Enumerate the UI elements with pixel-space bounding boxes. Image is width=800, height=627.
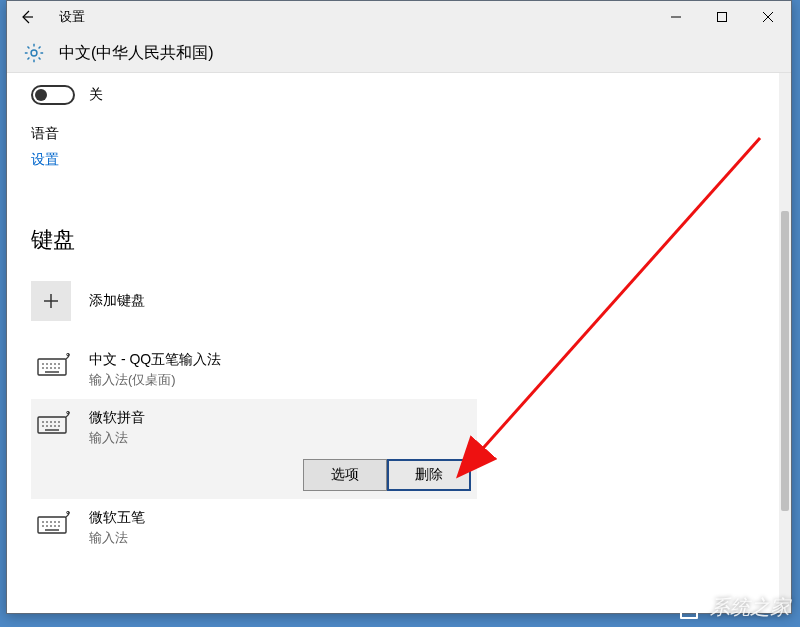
minimize-icon — [670, 11, 682, 23]
add-keyboard-button[interactable]: 添加键盘 — [31, 281, 767, 321]
watermark: 系统之家 — [674, 594, 790, 621]
voice-settings-link[interactable]: 设置 — [31, 151, 59, 169]
keyboard-item-selected[interactable]: 微软拼音 输入法 选项 删除 — [31, 399, 477, 499]
maximize-button[interactable] — [699, 1, 745, 33]
delete-button[interactable]: 删除 — [387, 459, 471, 491]
keyboard-icon — [37, 511, 71, 535]
watermark-text: 系统之家 — [710, 594, 790, 621]
scrollbar[interactable] — [779, 73, 791, 613]
arrow-left-icon — [19, 9, 35, 25]
svg-rect-2 — [718, 13, 727, 22]
house-icon — [674, 595, 704, 621]
language-title: 中文(中华人民共和国) — [59, 43, 214, 64]
keyboard-item[interactable]: 中文 - QQ五笔输入法 输入法(仅桌面) — [31, 341, 477, 399]
back-button[interactable] — [7, 1, 47, 33]
keyboards-section-title: 键盘 — [31, 225, 767, 255]
settings-window: 设置 — [6, 0, 792, 614]
voice-label: 语音 — [31, 125, 767, 143]
svg-point-5 — [31, 50, 37, 56]
maximize-icon — [716, 11, 728, 23]
toggle-knob — [35, 89, 47, 101]
keyboard-list: 中文 - QQ五笔输入法 输入法(仅桌面) 微软拼音 输入法 — [31, 341, 767, 557]
keyboard-icon — [37, 411, 71, 435]
content-area: 关 语音 设置 键盘 添加键盘 — [7, 73, 791, 613]
gear-icon — [23, 42, 45, 64]
keyboard-name: 中文 - QQ五笔输入法 — [89, 351, 221, 369]
keyboard-item[interactable]: 微软五笔 输入法 — [31, 499, 477, 557]
app-title: 设置 — [59, 8, 85, 26]
minimize-button[interactable] — [653, 1, 699, 33]
keyboard-sub: 输入法(仅桌面) — [89, 371, 221, 389]
close-icon — [762, 11, 774, 23]
keyboard-name: 微软五笔 — [89, 509, 145, 527]
scrollbar-thumb[interactable] — [781, 211, 789, 511]
titlebar: 设置 — [7, 1, 791, 73]
keyboard-icon — [37, 353, 71, 377]
add-keyboard-label: 添加键盘 — [89, 292, 145, 310]
plus-icon — [42, 292, 60, 310]
options-button[interactable]: 选项 — [303, 459, 387, 491]
close-button[interactable] — [745, 1, 791, 33]
toggle-label: 关 — [89, 86, 103, 104]
toggle-switch[interactable] — [31, 85, 75, 105]
keyboard-sub: 输入法 — [89, 429, 145, 447]
keyboard-sub: 输入法 — [89, 529, 145, 547]
keyboard-name: 微软拼音 — [89, 409, 145, 427]
